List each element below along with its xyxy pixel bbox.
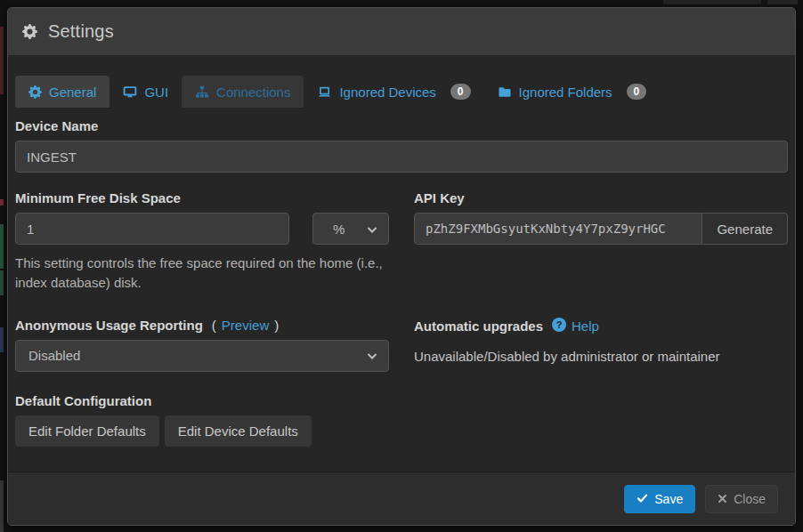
settings-dialog: Settings General GUI — [7, 7, 796, 526]
background-status-strip — [0, 327, 4, 352]
upgrades-help-link[interactable]: ? Help — [552, 318, 599, 335]
min-free-disk-help: This setting controls the free space req… — [15, 254, 389, 293]
edit-folder-defaults-button[interactable]: Edit Folder Defaults — [15, 415, 159, 447]
background-status-strip — [0, 480, 4, 532]
min-free-disk-input[interactable] — [15, 213, 289, 245]
dialog-body: General GUI — [8, 56, 795, 472]
sitemap-icon — [195, 85, 209, 99]
background-status-strip — [0, 199, 4, 206]
automatic-upgrades-label: Automatic upgrades — [414, 318, 543, 334]
usage-reporting-col: Anonymous Usage Reporting (Preview) Disa… — [15, 318, 389, 372]
gear-icon — [28, 85, 42, 99]
dialog-header: Settings — [8, 8, 795, 56]
device-name-label: Device Name — [15, 118, 788, 133]
device-name-group: Device Name — [15, 118, 788, 173]
min-free-disk-col: Minimum Free Disk Space % This setting c… — [15, 190, 389, 293]
save-label: Save — [654, 492, 683, 506]
tab-label: Ignored Devices — [339, 85, 435, 100]
save-button[interactable]: Save — [624, 485, 695, 513]
page-title: Settings — [48, 21, 114, 42]
x-icon — [718, 492, 727, 506]
close-button[interactable]: Close — [705, 485, 778, 513]
api-key-label: API Key — [414, 190, 788, 206]
dialog-footer: Save Close — [8, 472, 795, 525]
row-reporting-upgrades: Anonymous Usage Reporting (Preview) Disa… — [15, 318, 788, 372]
generate-api-key-button[interactable]: Generate — [702, 213, 788, 245]
tab-label: General — [49, 85, 96, 100]
ignored-devices-count-badge: 0 — [450, 84, 471, 100]
laptop-icon — [317, 85, 332, 99]
dimmed-navbar-hint — [663, 0, 761, 4]
default-configuration-group: Default Configuration Edit Folder Defaul… — [15, 393, 788, 447]
close-label: Close — [734, 492, 766, 506]
settings-tabs: General GUI — [15, 76, 788, 108]
device-name-input[interactable] — [15, 141, 788, 173]
chevron-down-icon — [367, 222, 377, 237]
background-status-strip — [0, 224, 4, 269]
upgrades-status-text: Unavailable/Disabled by administrator or… — [414, 349, 788, 364]
api-key-input[interactable] — [414, 213, 702, 245]
api-key-col: API Key Generate — [414, 190, 788, 293]
tab-label: GUI — [144, 85, 168, 100]
question-circle-icon: ? — [552, 318, 566, 335]
svg-text:?: ? — [556, 319, 563, 330]
tab-ignored-folders[interactable]: Ignored Folders 0 — [484, 76, 661, 108]
background-status-strip — [0, 270, 4, 295]
chevron-down-icon — [367, 348, 377, 363]
automatic-upgrades-col: Automatic upgrades ? Help Unavailable/Di… — [414, 318, 788, 372]
preview-link[interactable]: Preview — [222, 318, 269, 333]
ignored-folders-count-badge: 0 — [627, 84, 647, 100]
tab-general[interactable]: General — [15, 76, 110, 108]
selected-usage-reporting: Disabled — [28, 348, 367, 363]
row-disk-apikey: Minimum Free Disk Space % This setting c… — [15, 190, 788, 293]
paren-open: ( — [212, 318, 216, 333]
check-icon — [637, 492, 648, 506]
folder-icon — [498, 85, 512, 99]
default-configuration-label: Default Configuration — [15, 393, 788, 408]
dimmed-navbar-hint — [767, 0, 798, 4]
usage-reporting-label: Anonymous Usage Reporting — [15, 318, 203, 333]
background-status-strip — [0, 27, 4, 94]
paren-close: ) — [274, 318, 279, 333]
selected-unit: % — [333, 222, 367, 237]
tab-label: Ignored Folders — [519, 85, 612, 100]
monitor-icon — [123, 85, 137, 99]
tab-ignored-devices[interactable]: Ignored Devices 0 — [304, 76, 483, 108]
help-link-label: Help — [572, 318, 599, 334]
gear-icon — [22, 24, 37, 39]
min-free-disk-label: Minimum Free Disk Space — [15, 190, 389, 206]
disk-space-unit-select[interactable]: % — [312, 213, 389, 245]
edit-device-defaults-button[interactable]: Edit Device Defaults — [165, 415, 312, 447]
tab-gui[interactable]: GUI — [110, 76, 182, 108]
usage-reporting-select[interactable]: Disabled — [15, 340, 389, 372]
tab-label: Connections — [216, 85, 290, 100]
tab-connections[interactable]: Connections — [182, 76, 304, 108]
